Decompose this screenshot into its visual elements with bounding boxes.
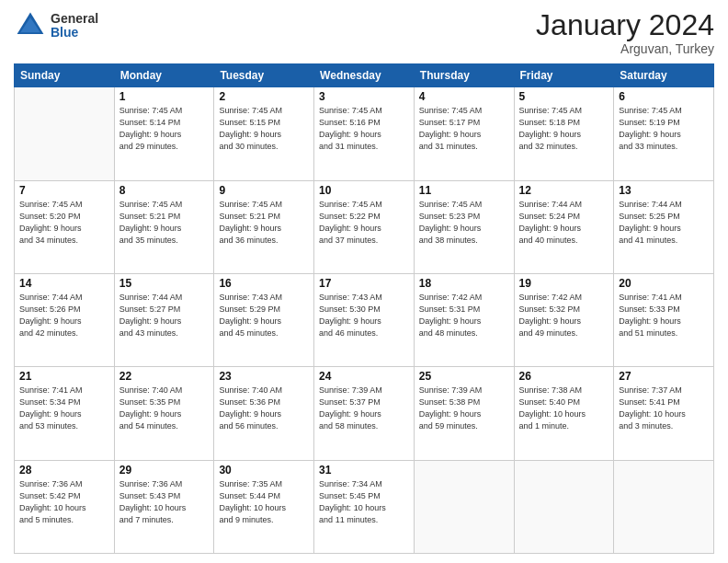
week-row-1: 1Sunrise: 7:45 AMSunset: 5:14 PMDaylight…	[15, 87, 714, 180]
calendar-cell: 9Sunrise: 7:45 AMSunset: 5:21 PMDaylight…	[214, 180, 314, 273]
week-row-5: 28Sunrise: 7:36 AMSunset: 5:42 PMDayligh…	[15, 460, 714, 553]
col-saturday: Saturday	[614, 64, 714, 87]
day-info: Sunrise: 7:39 AMSunset: 5:38 PMDaylight:…	[419, 385, 509, 432]
calendar-cell: 8Sunrise: 7:45 AMSunset: 5:21 PMDaylight…	[114, 180, 214, 273]
day-info: Sunrise: 7:44 AMSunset: 5:24 PMDaylight:…	[519, 199, 609, 247]
calendar-cell: 25Sunrise: 7:39 AMSunset: 5:38 PMDayligh…	[414, 367, 514, 460]
col-monday: Monday	[114, 64, 214, 87]
day-number: 30	[219, 464, 309, 477]
day-number: 15	[119, 277, 210, 290]
calendar-cell	[15, 87, 115, 180]
day-number: 13	[619, 184, 709, 197]
day-number: 25	[419, 370, 509, 383]
col-thursday: Thursday	[414, 64, 514, 87]
day-number: 28	[19, 464, 109, 477]
calendar-cell: 5Sunrise: 7:45 AMSunset: 5:18 PMDaylight…	[514, 87, 614, 180]
logo-general-text: General	[51, 12, 98, 26]
calendar-cell	[414, 460, 514, 553]
day-number: 11	[419, 184, 509, 197]
col-friday: Friday	[514, 64, 614, 87]
day-info: Sunrise: 7:36 AMSunset: 5:43 PMDaylight:…	[119, 478, 210, 526]
day-info: Sunrise: 7:44 AMSunset: 5:27 PMDaylight:…	[119, 292, 210, 339]
logo: General Blue	[14, 9, 98, 42]
day-number: 8	[119, 184, 210, 197]
week-row-2: 7Sunrise: 7:45 AMSunset: 5:20 PMDaylight…	[15, 180, 714, 273]
day-info: Sunrise: 7:45 AMSunset: 5:17 PMDaylight:…	[419, 105, 509, 153]
day-info: Sunrise: 7:44 AMSunset: 5:26 PMDaylight:…	[19, 292, 109, 339]
day-number: 27	[619, 370, 709, 383]
day-info: Sunrise: 7:36 AMSunset: 5:42 PMDaylight:…	[19, 478, 109, 526]
calendar-cell: 28Sunrise: 7:36 AMSunset: 5:42 PMDayligh…	[15, 460, 115, 553]
title-area: January 2024 Arguvan, Turkey	[536, 9, 714, 56]
calendar-cell: 23Sunrise: 7:40 AMSunset: 5:36 PMDayligh…	[214, 367, 314, 460]
day-info: Sunrise: 7:45 AMSunset: 5:15 PMDaylight:…	[219, 105, 309, 153]
calendar-cell: 15Sunrise: 7:44 AMSunset: 5:27 PMDayligh…	[114, 273, 214, 366]
calendar: Sunday Monday Tuesday Wednesday Thursday…	[14, 63, 714, 554]
day-number: 26	[519, 370, 609, 383]
day-number: 10	[319, 184, 409, 197]
day-number: 31	[319, 464, 409, 477]
header: General Blue January 2024 Arguvan, Turke…	[14, 9, 714, 56]
day-info: Sunrise: 7:43 AMSunset: 5:30 PMDaylight:…	[319, 292, 409, 339]
day-info: Sunrise: 7:41 AMSunset: 5:34 PMDaylight:…	[19, 385, 109, 432]
day-number: 23	[219, 370, 309, 383]
col-sunday: Sunday	[15, 64, 115, 87]
day-info: Sunrise: 7:40 AMSunset: 5:35 PMDaylight:…	[119, 385, 210, 432]
calendar-cell: 12Sunrise: 7:44 AMSunset: 5:24 PMDayligh…	[514, 180, 614, 273]
calendar-cell: 22Sunrise: 7:40 AMSunset: 5:35 PMDayligh…	[114, 367, 214, 460]
day-info: Sunrise: 7:35 AMSunset: 5:44 PMDaylight:…	[219, 478, 309, 526]
day-number: 1	[119, 90, 210, 103]
calendar-cell: 26Sunrise: 7:38 AMSunset: 5:40 PMDayligh…	[514, 367, 614, 460]
day-info: Sunrise: 7:45 AMSunset: 5:23 PMDaylight:…	[419, 199, 509, 247]
day-info: Sunrise: 7:45 AMSunset: 5:22 PMDaylight:…	[319, 199, 409, 247]
day-info: Sunrise: 7:45 AMSunset: 5:16 PMDaylight:…	[319, 105, 409, 153]
day-info: Sunrise: 7:45 AMSunset: 5:21 PMDaylight:…	[119, 199, 210, 247]
day-info: Sunrise: 7:39 AMSunset: 5:37 PMDaylight:…	[319, 385, 409, 432]
day-number: 22	[119, 370, 210, 383]
day-number: 17	[319, 277, 409, 290]
day-info: Sunrise: 7:41 AMSunset: 5:33 PMDaylight:…	[619, 292, 709, 339]
calendar-cell: 7Sunrise: 7:45 AMSunset: 5:20 PMDaylight…	[15, 180, 115, 273]
col-wednesday: Wednesday	[314, 64, 415, 87]
calendar-cell: 10Sunrise: 7:45 AMSunset: 5:22 PMDayligh…	[314, 180, 415, 273]
day-number: 4	[419, 90, 509, 103]
col-tuesday: Tuesday	[214, 64, 314, 87]
logo-icon	[14, 9, 47, 42]
logo-text: General Blue	[51, 12, 98, 40]
day-info: Sunrise: 7:45 AMSunset: 5:14 PMDaylight:…	[119, 105, 210, 153]
day-number: 20	[619, 277, 709, 290]
day-info: Sunrise: 7:37 AMSunset: 5:41 PMDaylight:…	[619, 385, 709, 432]
day-info: Sunrise: 7:43 AMSunset: 5:29 PMDaylight:…	[219, 292, 309, 339]
logo-blue-text: Blue	[51, 26, 98, 40]
day-number: 5	[519, 90, 609, 103]
header-row: Sunday Monday Tuesday Wednesday Thursday…	[15, 64, 714, 87]
calendar-body: 1Sunrise: 7:45 AMSunset: 5:14 PMDaylight…	[15, 87, 714, 554]
day-number: 6	[619, 90, 709, 103]
week-row-4: 21Sunrise: 7:41 AMSunset: 5:34 PMDayligh…	[15, 367, 714, 460]
calendar-cell: 31Sunrise: 7:34 AMSunset: 5:45 PMDayligh…	[314, 460, 415, 553]
calendar-cell: 4Sunrise: 7:45 AMSunset: 5:17 PMDaylight…	[414, 87, 514, 180]
calendar-cell: 29Sunrise: 7:36 AMSunset: 5:43 PMDayligh…	[114, 460, 214, 553]
day-number: 9	[219, 184, 309, 197]
calendar-cell: 24Sunrise: 7:39 AMSunset: 5:37 PMDayligh…	[314, 367, 415, 460]
day-number: 18	[419, 277, 509, 290]
calendar-cell: 16Sunrise: 7:43 AMSunset: 5:29 PMDayligh…	[214, 273, 314, 366]
calendar-cell: 18Sunrise: 7:42 AMSunset: 5:31 PMDayligh…	[414, 273, 514, 366]
day-info: Sunrise: 7:45 AMSunset: 5:20 PMDaylight:…	[19, 199, 109, 247]
calendar-cell: 27Sunrise: 7:37 AMSunset: 5:41 PMDayligh…	[614, 367, 714, 460]
calendar-cell: 30Sunrise: 7:35 AMSunset: 5:44 PMDayligh…	[214, 460, 314, 553]
calendar-cell	[514, 460, 614, 553]
day-info: Sunrise: 7:45 AMSunset: 5:19 PMDaylight:…	[619, 105, 709, 153]
day-number: 16	[219, 277, 309, 290]
calendar-cell: 17Sunrise: 7:43 AMSunset: 5:30 PMDayligh…	[314, 273, 415, 366]
day-number: 7	[19, 184, 109, 197]
day-number: 12	[519, 184, 609, 197]
calendar-cell: 13Sunrise: 7:44 AMSunset: 5:25 PMDayligh…	[614, 180, 714, 273]
day-info: Sunrise: 7:44 AMSunset: 5:25 PMDaylight:…	[619, 199, 709, 247]
calendar-cell: 3Sunrise: 7:45 AMSunset: 5:16 PMDaylight…	[314, 87, 415, 180]
day-info: Sunrise: 7:45 AMSunset: 5:18 PMDaylight:…	[519, 105, 609, 153]
calendar-cell: 1Sunrise: 7:45 AMSunset: 5:14 PMDaylight…	[114, 87, 214, 180]
page: General Blue January 2024 Arguvan, Turke…	[0, 0, 728, 563]
day-info: Sunrise: 7:42 AMSunset: 5:32 PMDaylight:…	[519, 292, 609, 339]
calendar-cell	[614, 460, 714, 553]
